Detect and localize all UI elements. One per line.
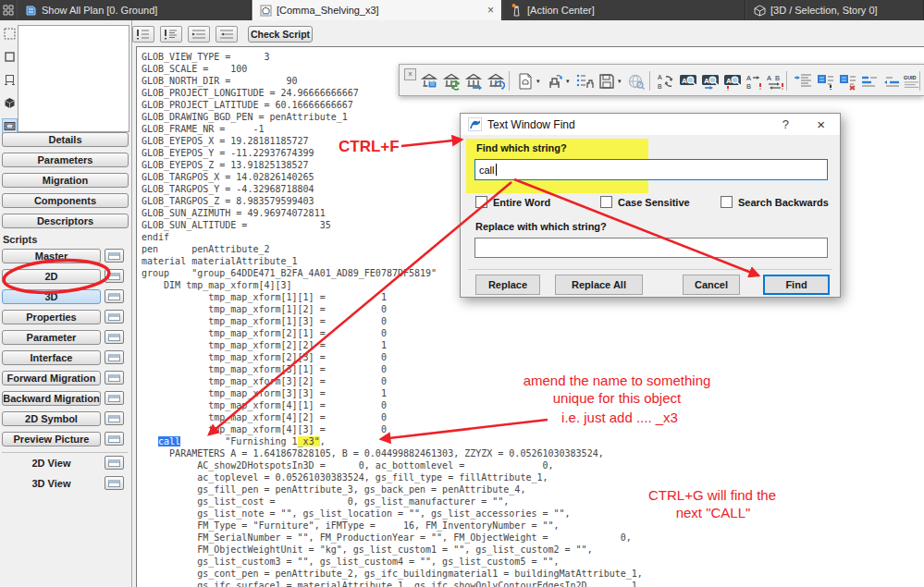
find-button[interactable]: Find <box>763 275 830 295</box>
find-selection-icon[interactable]: A <box>723 72 742 91</box>
load-libraries-icon[interactable] <box>420 72 438 91</box>
properties-script-window-icon[interactable] <box>105 310 124 324</box>
checkbox-box[interactable] <box>721 196 733 208</box>
replace-all-button[interactable]: Replace All <box>555 275 643 295</box>
cube-mode-icon[interactable] <box>2 95 18 111</box>
check-script-button[interactable]: Check Script <box>248 26 313 43</box>
find-icon[interactable]: A <box>679 72 697 91</box>
shift-lines-left-icon[interactable] <box>882 72 901 91</box>
tab-floor-plan[interactable]: Show All Plan [0. Ground] <box>17 0 252 20</box>
edit-gdl-toolbar: x ▾ ▾ ▾ AB A A A AB AB GUID <box>399 64 924 96</box>
format-check-all-lines-icon[interactable] <box>160 26 182 43</box>
code-line: ac_toplevel = 0.05261030383524, gs_fill_… <box>142 471 924 483</box>
code-line: gs_cont_pen = penAttribute_2, gs_ifc_bui… <box>142 568 924 580</box>
2d-view-button[interactable]: 2D View <box>2 456 101 471</box>
find-next-icon[interactable]: A <box>701 72 720 91</box>
tab-close-icon[interactable]: × <box>469 5 494 16</box>
components-button[interactable]: Components <box>2 193 129 208</box>
square-mode-icon[interactable] <box>2 49 18 65</box>
find-string-input[interactable]: call <box>474 159 828 180</box>
save-icon[interactable] <box>598 72 616 91</box>
parameters-button[interactable]: Parameters <box>2 153 129 167</box>
3d-view-window-icon[interactable] <box>105 476 124 490</box>
2d-script-window-icon[interactable] <box>105 269 124 283</box>
open-object-icon[interactable] <box>546 72 564 91</box>
code-line: FM_SerialNumber = "", FM_ProductionYear … <box>142 532 924 544</box>
descriptors-button[interactable]: Descriptors <box>2 214 129 228</box>
master-script-button[interactable]: Master <box>2 249 101 263</box>
window-grid-icon[interactable] <box>0 0 17 20</box>
tab-label: [Action Center] <box>527 5 595 16</box>
checkbox-box[interactable] <box>475 196 487 208</box>
preview-picture-button[interactable]: Preview Picture <box>2 432 101 446</box>
2d-symbol-button[interactable]: 2D Symbol <box>2 411 101 426</box>
web-search-icon[interactable] <box>627 72 646 91</box>
tab-object-editor[interactable]: [Comma_Shelving_x3] × <box>252 0 502 20</box>
cancel-button[interactable]: Cancel <box>683 275 740 295</box>
dialog-title-bar[interactable]: Text Window Find ? × <box>461 114 840 135</box>
save-dropdown-icon[interactable]: ▾ <box>618 78 622 85</box>
replace-string-label: Replace with which string? <box>475 221 607 232</box>
2d-view-window-icon[interactable] <box>105 456 124 470</box>
2d-symbol-window-icon[interactable] <box>105 411 124 425</box>
goto-line-icon[interactable] <box>794 72 812 91</box>
sync-library-icon[interactable] <box>487 72 505 91</box>
interface-script-button[interactable]: Interface <box>2 350 101 365</box>
code-line: gs_list_note = "", gs_list_location = ""… <box>142 508 924 520</box>
details-button[interactable]: Details <box>2 132 129 147</box>
find-replace-cycle-icon[interactable]: AB <box>657 72 675 91</box>
format-check-lines-icon[interactable] <box>132 26 154 43</box>
3d-view-button[interactable]: 3D View <box>2 476 101 491</box>
search-backwards-checkbox[interactable]: Search Backwards <box>721 196 829 208</box>
3d-script-button[interactable]: 3D <box>2 289 101 304</box>
code-line: tmp_map_xform[3][3] = 1 <box>142 387 924 399</box>
uncomment-lines-icon[interactable] <box>838 72 856 91</box>
forward-migration-script-button[interactable]: Forward Migration <box>2 371 101 385</box>
code-line: tmp_map_xform[2][1] = 0 <box>142 327 924 339</box>
checkbox-box[interactable] <box>600 196 612 208</box>
backward-migration-script-button[interactable]: Backward Migration <box>2 391 101 406</box>
hotspot-mode-icon[interactable] <box>2 72 18 88</box>
tab-3d-view[interactable]: [3D / Selection, Story 0] <box>745 0 924 20</box>
toolbar-close-icon[interactable]: x <box>404 68 416 80</box>
replace-icon[interactable]: AB <box>745 72 764 91</box>
shift-lines-right-icon[interactable] <box>860 72 879 91</box>
3d-script-window-icon[interactable] <box>105 289 124 303</box>
replace-button[interactable]: Replace <box>475 275 540 295</box>
tab-action-center[interactable]: [Action Center] <box>502 0 745 20</box>
help-icon[interactable]: ? <box>782 117 789 131</box>
dialog-close-icon[interactable]: × <box>817 116 825 132</box>
master-script-window-icon[interactable] <box>105 249 124 263</box>
marquee-mode-icon[interactable] <box>2 26 18 42</box>
svg-text:A: A <box>767 74 771 82</box>
preview-picture-window-icon[interactable] <box>105 432 124 446</box>
2d-script-button[interactable]: 2D <box>2 269 101 284</box>
properties-script-button[interactable]: Properties <box>2 310 101 324</box>
indent-left-icon[interactable] <box>216 26 238 43</box>
parameter-script-button[interactable]: Parameter <box>2 330 101 345</box>
call-mid: "Furnishing 1 <box>180 436 297 446</box>
replace-all-icon[interactable]: AB <box>766 72 784 91</box>
backward-migration-window-icon[interactable] <box>105 391 124 405</box>
open-object-dropdown-icon[interactable]: ▾ <box>566 78 570 85</box>
code-line-call: call "Furnishing 1_x3", <box>142 435 924 447</box>
entire-word-checkbox[interactable]: Entire Word <box>475 196 550 208</box>
guid-icon[interactable]: GUID <box>903 72 921 91</box>
svg-text:A: A <box>726 77 732 85</box>
comment-lines-icon[interactable] <box>816 72 834 91</box>
tab-label: [3D / Selection, Story 0] <box>770 5 878 16</box>
object-settings-icon[interactable] <box>575 72 594 91</box>
new-object-dropdown-icon[interactable]: ▾ <box>536 78 540 85</box>
parameter-script-window-icon[interactable] <box>105 330 124 344</box>
forward-migration-window-icon[interactable] <box>105 371 124 385</box>
code-line: GLOB_VIEW_TYPE = 3 <box>142 51 924 63</box>
new-object-icon[interactable] <box>516 72 535 91</box>
interface-script-window-icon[interactable] <box>105 350 124 364</box>
open-library-part-icon[interactable] <box>464 72 483 91</box>
replace-string-input[interactable] <box>474 238 828 258</box>
find-string-label: Find which string? <box>476 142 567 153</box>
case-sensitive-checkbox[interactable]: Case Sensitive <box>600 196 690 208</box>
migration-button[interactable]: Migration <box>2 173 129 188</box>
reload-libraries-icon[interactable] <box>442 72 461 91</box>
indent-right-icon[interactable] <box>188 26 210 43</box>
